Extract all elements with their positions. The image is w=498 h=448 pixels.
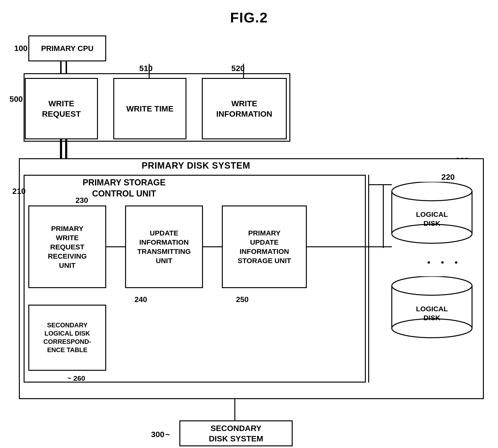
label-100: 100 [14, 44, 28, 53]
label-300: 300 [151, 430, 165, 439]
svg-text:LOGICAL: LOGICAL [416, 305, 448, 313]
divider-vertical [368, 175, 369, 383]
svg-point-7 [392, 276, 472, 295]
label-510: 510 [139, 64, 153, 73]
puisu-box: PRIMARYUPDATEINFORMATIONSTORAGE UNIT [222, 206, 307, 288]
connector-pwrru-uitu [106, 246, 125, 247]
tick-510 [149, 64, 150, 79]
uitu-label: UPDATEINFORMATIONTRANSMITTINGUNIT [137, 228, 191, 265]
diagram-container: FIG.2 100 PRIMARY CPU 500 WRITEREQUEST 5… [0, 0, 498, 448]
connector-divider-disk [368, 246, 392, 247]
pwrru-label: PRIMARYWRITEREQUESTRECEIVINGUNIT [48, 224, 87, 270]
label-260: ~ 260 [67, 374, 85, 382]
label-520: 520 [231, 64, 245, 73]
sldct-box: SECONDARYLOGICAL DISKCORRESPOND-ENCE TAB… [28, 305, 106, 371]
secondary-disk-system-box: SECONDARYDISK SYSTEM [179, 420, 293, 446]
pwrru-box: PRIMARYWRITEREQUESTRECEIVINGUNIT [28, 206, 106, 288]
tilde-300: ~ [165, 430, 170, 439]
dots-separator: ・・・ [422, 255, 464, 271]
svg-text:DISK: DISK [423, 219, 440, 227]
v-line-to-secondary [234, 399, 235, 423]
write-info-cell: WRITEINFORMATION [202, 78, 287, 139]
label-240: 240 [135, 295, 147, 304]
connector-uitu-puisu [203, 246, 222, 247]
cpu-connect-line1 [60, 61, 62, 75]
write-time-label: WRITE TIME [126, 103, 173, 114]
svg-point-2 [392, 182, 472, 201]
svg-point-1 [392, 224, 472, 243]
write-request-label: WRITEREQUEST [42, 98, 81, 119]
svg-point-6 [392, 319, 472, 338]
uitu-box: UPDATEINFORMATIONTRANSMITTINGUNIT [125, 206, 203, 288]
label-220: 220 [441, 172, 455, 182]
primary-storage-control-label: PRIMARY STORAGECONTROL UNIT [83, 177, 165, 199]
label-210: 210 [12, 187, 26, 196]
write-time-cell: WRITE TIME [113, 78, 187, 139]
write-info-label: WRITEINFORMATION [216, 98, 272, 119]
fig-title: FIG.2 [230, 9, 268, 26]
primary-disk-system-label: PRIMARY DISK SYSTEM [142, 160, 250, 171]
puisu-label: PRIMARYUPDATEINFORMATIONSTORAGE UNIT [238, 228, 291, 265]
logical-disk-bottom-cylinder: LOGICAL DISK [389, 276, 474, 342]
svg-text:DISK: DISK [423, 314, 440, 322]
svg-text:LOGICAL: LOGICAL [416, 210, 448, 218]
label-250: 250 [236, 295, 249, 304]
sldct-label: SECONDARYLOGICAL DISKCORRESPOND-ENCE TAB… [44, 321, 91, 354]
label-500: 500 [9, 95, 23, 104]
connector-divider-top [368, 184, 392, 185]
logical-disk-top-cylinder: LOGICAL DISK [389, 182, 474, 248]
v-line-right [383, 184, 384, 248]
tick-520 [243, 64, 244, 79]
write-request-cell: WRITEREQUEST [25, 78, 98, 139]
cpu-connect-line2 [66, 61, 67, 75]
secondary-disk-label: SECONDARYDISK SYSTEM [209, 423, 263, 444]
label-230: 230 [76, 196, 88, 205]
primary-cpu-box: PRIMARY CPU [28, 35, 106, 61]
primary-cpu-label: PRIMARY CPU [41, 44, 93, 53]
